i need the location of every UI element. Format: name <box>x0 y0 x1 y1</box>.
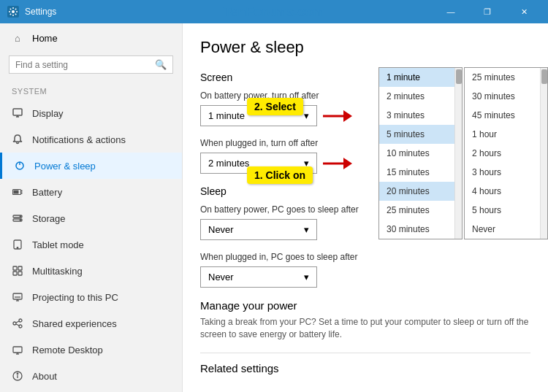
battery-dropdown-chevron: ▾ <box>304 110 309 121</box>
multitasking-label: Multitasking <box>32 266 83 277</box>
shared-label: Shared experiences <box>32 318 117 329</box>
minimize-button[interactable]: — <box>434 0 468 23</box>
search-input[interactable] <box>15 60 151 70</box>
svg-rect-19 <box>18 272 22 275</box>
sleep-plugged-chevron: ▾ <box>304 272 309 283</box>
svg-line-28 <box>16 324 19 326</box>
svg-point-12 <box>20 216 21 218</box>
projecting-icon <box>12 291 23 303</box>
left-scrollbar[interactable] <box>454 68 462 239</box>
sleep-battery-chevron: ▾ <box>304 224 309 235</box>
sleep-battery-value: Never <box>208 224 234 235</box>
home-nav-item[interactable]: ⌂ Home <box>0 23 182 53</box>
list-item[interactable]: 25 minutes <box>379 201 454 220</box>
shared-icon <box>12 318 23 329</box>
sidebar-item-multitasking[interactable]: Multitasking <box>0 258 182 284</box>
manage-title: Manage your power <box>200 299 530 312</box>
settings-icon <box>7 6 19 18</box>
page-title: Power & sleep <box>200 38 530 57</box>
list-item[interactable]: 1 minute <box>379 68 454 87</box>
sleep-plugged-row: Never ▾ <box>200 266 530 288</box>
search-box[interactable]: 🔍 <box>9 55 173 74</box>
list-item[interactable]: 5 hours <box>465 201 540 220</box>
select-annotation: 2. Select <box>247 98 303 115</box>
battery-dropdown-value: 1 minute <box>208 110 245 121</box>
sidebar-item-notifications[interactable]: Notifications & actions <box>0 126 182 153</box>
home-label: Home <box>32 33 58 44</box>
power-icon <box>14 160 26 172</box>
system-label: System <box>0 82 182 100</box>
sidebar-item-battery[interactable]: Battery <box>0 179 182 205</box>
battery-label: Battery <box>32 187 62 198</box>
right-scrollbar[interactable] <box>540 68 547 239</box>
sidebar-item-storage[interactable]: Storage <box>0 205 182 231</box>
sidebar: ⌂ Home 🔍 System Display <box>0 23 183 392</box>
display-icon <box>12 107 23 119</box>
storage-icon <box>12 212 23 224</box>
sidebar-item-projecting[interactable]: Projecting to this PC <box>0 284 182 310</box>
dropdown-lists: 1 minute2 minutes3 minutes5 minutes10 mi… <box>378 67 548 239</box>
sidebar-item-power[interactable]: Power & sleep <box>0 153 182 179</box>
svg-rect-17 <box>18 266 22 270</box>
titlebar-title: Settings <box>25 7 56 17</box>
close-button[interactable]: ✕ <box>507 0 541 23</box>
list-item[interactable]: 30 minutes <box>379 220 454 239</box>
titlebar-controls: — ❐ ✕ <box>434 0 541 23</box>
related-title: Related settings <box>200 353 530 374</box>
projecting-label: Projecting to this PC <box>32 292 118 303</box>
sidebar-item-remote[interactable]: Remote Desktop <box>0 337 182 363</box>
list-item[interactable]: 3 minutes <box>379 106 454 125</box>
sidebar-item-shared[interactable]: Shared experiences <box>0 310 182 337</box>
sleep-battery-dropdown[interactable]: Never ▾ <box>200 219 317 240</box>
svg-rect-20 <box>13 293 22 299</box>
list-item[interactable]: 3 hours <box>465 163 540 182</box>
list-item[interactable]: Never <box>465 220 540 239</box>
manage-desc: Taking a break from your PC? Set a time … <box>200 316 530 341</box>
right-dropdown-list: 25 minutes30 minutes45 minutes1 hour2 ho… <box>464 67 548 239</box>
tablet-label: Tablet mode <box>32 239 84 250</box>
plugged-arrow <box>323 158 352 169</box>
sidebar-item-about[interactable]: About <box>0 363 182 389</box>
svg-rect-9 <box>14 191 19 194</box>
about-icon <box>12 370 23 382</box>
sidebar-item-display[interactable]: Display <box>0 100 182 126</box>
list-item[interactable]: 20 minutes <box>379 182 454 201</box>
tablet-icon <box>12 239 23 250</box>
app-container: ⌂ Home 🔍 System Display <box>0 23 548 392</box>
multitasking-icon <box>12 265 23 277</box>
remote-icon <box>12 344 23 356</box>
svg-rect-18 <box>13 272 17 275</box>
list-item[interactable]: 25 minutes <box>465 68 540 87</box>
svg-point-0 <box>12 10 15 13</box>
left-dropdown-list: 1 minute2 minutes3 minutes5 minutes10 mi… <box>378 67 463 239</box>
list-item[interactable]: 4 hours <box>465 182 540 201</box>
maximize-button[interactable]: ❐ <box>471 0 504 23</box>
sleep-plugged-label: When plugged in, PC goes to sleep after <box>200 252 530 262</box>
svg-point-13 <box>20 220 21 221</box>
list-item[interactable]: 5 minutes <box>379 125 454 144</box>
list-item[interactable]: 2 minutes <box>379 87 454 106</box>
notifications-icon <box>12 134 23 145</box>
sleep-plugged-dropdown[interactable]: Never ▾ <box>200 266 317 288</box>
list-item[interactable]: 1 hour <box>465 125 540 144</box>
svg-point-34 <box>17 373 18 374</box>
about-label: About <box>32 371 57 382</box>
svg-rect-16 <box>13 266 17 270</box>
click-on-annotation: 1. Click on <box>247 166 313 184</box>
svg-point-26 <box>19 325 22 328</box>
power-label: Power & sleep <box>34 161 96 172</box>
list-item[interactable]: 45 minutes <box>465 106 540 125</box>
titlebar: Settings TenForums.com — ❐ ✕ <box>0 0 548 23</box>
list-item[interactable]: 2 hours <box>465 144 540 163</box>
home-icon: ⌂ <box>12 32 23 44</box>
watermark: TenForums.com <box>224 4 325 20</box>
svg-rect-29 <box>13 347 22 353</box>
remote-label: Remote Desktop <box>32 345 103 356</box>
sidebar-item-tablet[interactable]: Tablet mode <box>0 231 182 258</box>
list-item[interactable]: 10 minutes <box>379 144 454 163</box>
main-content: Power & sleep Screen On battery power, t… <box>183 23 548 392</box>
svg-rect-1 <box>13 109 22 115</box>
storage-label: Storage <box>32 213 66 224</box>
list-item[interactable]: 15 minutes <box>379 163 454 182</box>
list-item[interactable]: 30 minutes <box>465 87 540 106</box>
